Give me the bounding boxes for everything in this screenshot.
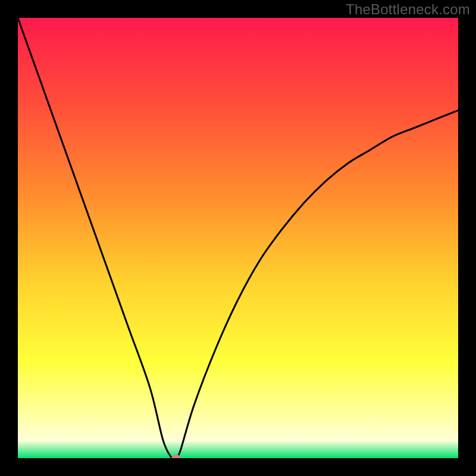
bottleneck-curve-chart: [18, 18, 458, 458]
watermark-text: TheBottleneck.com: [346, 1, 470, 18]
chart-frame: TheBottleneck.com: [0, 0, 476, 476]
gradient-background: [18, 18, 458, 458]
